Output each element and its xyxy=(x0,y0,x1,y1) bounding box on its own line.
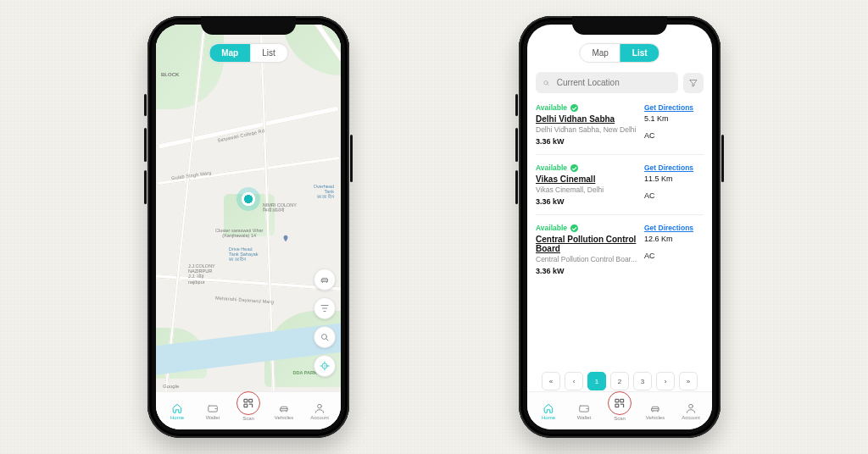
page-last[interactable]: » xyxy=(679,372,698,390)
nav-wallet[interactable]: Wallet xyxy=(198,402,228,420)
svg-rect-4 xyxy=(244,399,248,402)
nav-account[interactable]: Account xyxy=(304,402,335,420)
search-button[interactable] xyxy=(314,326,336,348)
current-location-marker xyxy=(236,187,260,211)
get-directions-link[interactable]: Get Directions xyxy=(644,163,704,172)
nav-scan[interactable]: Scan xyxy=(604,401,635,421)
search-icon xyxy=(320,332,330,342)
station-name[interactable]: Delhi Vidhan Sabha xyxy=(536,114,637,124)
view-toggle: Map List xyxy=(579,43,659,63)
station-distance: 11.5 Km xyxy=(644,174,704,183)
map-road xyxy=(158,105,340,149)
status-badge: Available xyxy=(536,163,637,172)
station-name[interactable]: Central Pollution Control Board xyxy=(536,235,637,253)
station-card[interactable]: Available Central Pollution Control Boar… xyxy=(536,224,704,284)
phone-side-button xyxy=(144,170,147,204)
bottom-nav: Home Wallet Scan Vehicles xyxy=(156,391,341,429)
phone-notch xyxy=(572,16,667,35)
car-icon xyxy=(649,402,661,414)
phone-side-button xyxy=(721,135,724,182)
nav-label: Vehicles xyxy=(275,415,293,420)
wallet-icon xyxy=(578,402,590,414)
nav-scan[interactable]: Scan xyxy=(233,401,264,421)
filter-button[interactable] xyxy=(683,73,704,93)
map-place-label: Overhead Tank घर का दिन xyxy=(314,184,334,200)
phone-side-button xyxy=(515,94,518,116)
map-park xyxy=(156,25,224,109)
nav-home[interactable]: Home xyxy=(533,402,564,420)
search-icon xyxy=(542,79,550,87)
tab-list[interactable]: List xyxy=(620,44,659,62)
check-icon xyxy=(570,224,578,232)
svg-rect-6 xyxy=(244,404,248,407)
page-prev[interactable]: ‹ xyxy=(565,372,583,390)
status-label: Available xyxy=(536,224,567,232)
page-3[interactable]: 3 xyxy=(633,372,652,390)
svg-rect-10 xyxy=(615,399,619,402)
tab-map[interactable]: Map xyxy=(209,44,250,62)
station-card[interactable]: Available Delhi Vidhan Sabha Delhi Vidha… xyxy=(536,103,704,155)
qr-icon xyxy=(614,397,626,409)
station-power: 3.36 kW xyxy=(536,137,637,146)
qr-icon xyxy=(242,397,254,409)
station-address: Delhi Vidhan Sabha, New Delhi xyxy=(536,125,637,134)
charge-type: AC xyxy=(644,252,704,260)
phone-side-button xyxy=(515,170,518,204)
nav-label: Wallet xyxy=(206,415,220,420)
nav-wallet[interactable]: Wallet xyxy=(569,402,599,420)
page-2[interactable]: 2 xyxy=(610,372,629,390)
search-input[interactable] xyxy=(536,72,678,93)
get-directions-link[interactable]: Get Directions xyxy=(644,224,704,232)
charge-type: AC xyxy=(644,191,704,200)
list-body: Available Delhi Vidhan Sabha Delhi Vidha… xyxy=(527,25,712,429)
phone-side-button xyxy=(144,128,147,162)
charge-type: AC xyxy=(644,131,704,140)
status-label: Available xyxy=(536,103,567,112)
station-power: 3.36 kW xyxy=(536,197,637,206)
nav-account[interactable]: Account xyxy=(676,402,706,420)
svg-rect-5 xyxy=(249,399,253,402)
page-first[interactable]: « xyxy=(542,372,560,390)
crosshair-icon xyxy=(320,361,330,371)
nav-label: Wallet xyxy=(577,415,591,420)
view-toggle: Map List xyxy=(209,43,288,63)
map-credit: Google xyxy=(163,384,179,389)
station-power: 3.36 kW xyxy=(536,267,637,275)
page-next[interactable]: › xyxy=(656,372,675,390)
filter-button[interactable] xyxy=(314,297,336,319)
status-label: Available xyxy=(536,163,567,172)
status-badge: Available xyxy=(536,103,637,112)
get-directions-link[interactable]: Get Directions xyxy=(644,103,704,112)
filter-icon xyxy=(688,78,698,88)
vehicle-filter-button[interactable] xyxy=(314,269,336,291)
map-place-label: NIMRI COLONY निमरी कॉलोनी xyxy=(263,202,297,213)
station-distance: 5.1 Km xyxy=(644,114,704,123)
map-place-label: Drive Head Tank Sahayak घर का दिन xyxy=(229,246,259,263)
nav-vehicles[interactable]: Vehicles xyxy=(640,402,670,420)
user-icon xyxy=(314,402,326,414)
map-road-label: Meharishi Dayanand Marg xyxy=(215,296,274,305)
svg-point-0 xyxy=(322,335,327,340)
station-name[interactable]: Vikas Cinemall xyxy=(536,174,637,184)
phone-side-button xyxy=(144,94,147,116)
tab-list[interactable]: List xyxy=(250,44,287,62)
station-card[interactable]: Available Vikas Cinemall Vikas Cinemall,… xyxy=(536,163,704,215)
recenter-button[interactable] xyxy=(314,355,336,377)
check-icon xyxy=(570,164,578,172)
map-place-label: Cluster saraswati Vihar (Kanjhawala) 14 xyxy=(215,228,263,238)
svg-rect-12 xyxy=(615,404,619,407)
nav-home[interactable]: Home xyxy=(162,402,192,420)
search-field[interactable] xyxy=(555,77,671,88)
check-icon xyxy=(570,104,578,112)
bottom-nav: Home Wallet Scan Vehicles xyxy=(527,391,712,429)
pagination: « ‹ 1 2 3 › » xyxy=(527,372,712,390)
map-road xyxy=(157,156,341,185)
filter-icon xyxy=(320,303,330,313)
phone-notch xyxy=(201,16,296,35)
nav-vehicles[interactable]: Vehicles xyxy=(269,402,299,420)
station-list: Available Delhi Vidhan Sabha Delhi Vidha… xyxy=(536,103,704,284)
page-1[interactable]: 1 xyxy=(587,372,606,390)
tab-map[interactable]: Map xyxy=(580,44,620,62)
svg-point-7 xyxy=(318,404,322,408)
nav-label: Scan xyxy=(614,416,626,421)
